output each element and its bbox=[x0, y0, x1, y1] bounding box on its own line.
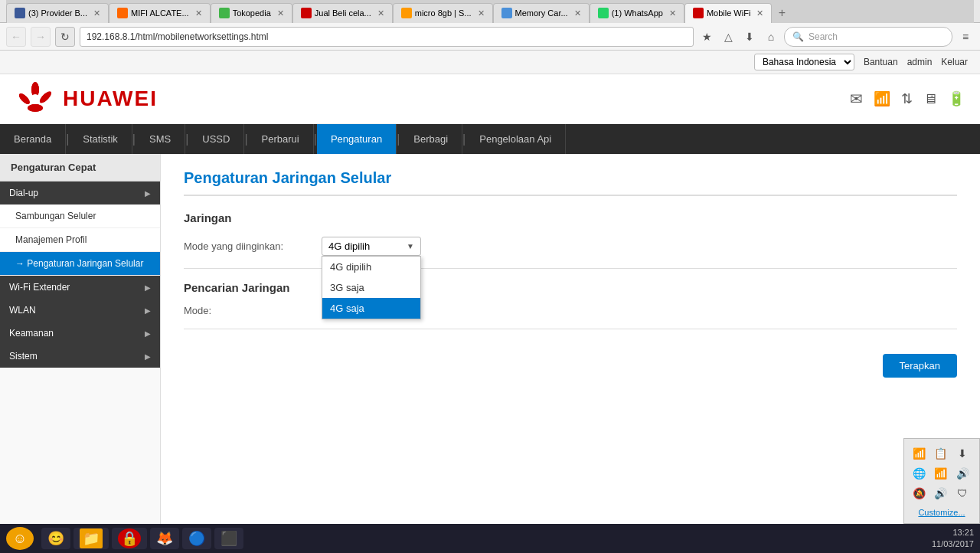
logout-link[interactable]: Keluar bbox=[941, 57, 968, 67]
network-section-title: Jaringan bbox=[184, 211, 957, 224]
nav-item-sms[interactable]: SMS bbox=[136, 124, 185, 154]
sidebar-section-wifi-extender[interactable]: Wi-Fi Extender ▶ bbox=[0, 276, 160, 299]
tab-close-6[interactable]: ✕ bbox=[574, 8, 581, 18]
sidebar-section-wlan-label: WLAN bbox=[9, 305, 36, 316]
bookmark-button[interactable]: ★ bbox=[698, 28, 715, 45]
tab-2[interactable]: MIFI ALCATE... ✕ bbox=[109, 3, 211, 23]
tab-close-4[interactable]: ✕ bbox=[377, 8, 384, 18]
taskbar-lock[interactable]: 🔒 bbox=[112, 528, 147, 549]
apply-button[interactable]: Terapkan bbox=[883, 354, 957, 378]
nav-item-berbagi[interactable]: Berbagi bbox=[400, 124, 462, 154]
nav-item-beranda[interactable]: Beranda bbox=[0, 124, 66, 154]
sidebar-item-manajemen-profil[interactable]: Manajemen Profil bbox=[0, 228, 160, 252]
home-button[interactable]: ⌂ bbox=[763, 28, 779, 45]
tray-volume2-icon[interactable]: 🔊 bbox=[933, 485, 949, 502]
tray-shield-icon[interactable]: 🛡 bbox=[954, 485, 971, 502]
nav-item-pengelolaan-api[interactable]: Pengelolaan Api bbox=[466, 124, 566, 154]
network-search-title: Pencarian Jaringan bbox=[184, 281, 957, 294]
lock-icon: 🔒 bbox=[118, 528, 141, 548]
nav-item-statistik[interactable]: Statistik bbox=[69, 124, 132, 154]
taskbar-smiley[interactable]: 😊 bbox=[41, 528, 70, 549]
taskbar-chrome[interactable]: 🔵 bbox=[182, 528, 211, 549]
sidebar: Pengaturan Cepat Dial-up ▶ Sambungan Sel… bbox=[0, 154, 161, 540]
address-bar[interactable]: 192.168.8.1/html/mobilenetworksettings.h… bbox=[80, 27, 694, 47]
sidebar-section-keamanan-arrow: ▶ bbox=[145, 329, 151, 338]
tab-8[interactable]: Mobile WiFi ✕ bbox=[684, 3, 772, 23]
tab-7[interactable]: (1) WhatsApp ✕ bbox=[590, 3, 684, 23]
mode-desired-label: Mode yang diinginkan: bbox=[184, 241, 322, 252]
tab-label-3: Tokopedia bbox=[233, 8, 271, 18]
tab-6[interactable]: Memory Car... ✕ bbox=[493, 3, 590, 23]
dropdown-current-value: 4G dipilih bbox=[328, 241, 370, 252]
sync-button[interactable]: △ bbox=[720, 28, 737, 45]
help-link[interactable]: Bantuan bbox=[864, 57, 898, 67]
dropdown-display[interactable]: 4G dipilih ▼ bbox=[322, 237, 421, 256]
tab-1[interactable]: (3) Provider B... ✕ bbox=[6, 3, 109, 23]
tray-mute-icon[interactable]: 🔕 bbox=[910, 485, 927, 502]
dropdown-option-3g-saja[interactable]: 3G saja bbox=[322, 277, 420, 298]
clock-date: 11/03/2017 bbox=[932, 538, 974, 550]
taskbar-firefox[interactable]: 🦊 bbox=[150, 528, 179, 549]
chrome-icon: 🔵 bbox=[188, 530, 205, 547]
svg-point-8 bbox=[31, 94, 40, 103]
mode-desired-row: Mode yang diinginkan: 4G dipilih ▼ 4G di… bbox=[184, 237, 957, 256]
taskbar-file-manager[interactable]: 📁 bbox=[74, 528, 109, 549]
tab-favicon-2 bbox=[117, 8, 128, 18]
forward-button[interactable]: → bbox=[31, 27, 51, 47]
tray-signal-icon[interactable]: 📶 bbox=[910, 445, 927, 462]
language-select[interactable]: Bahasa IndonesiaEnglish bbox=[754, 54, 854, 70]
tray-globe-icon[interactable]: 🌐 bbox=[910, 465, 927, 482]
dropdown-option-4g-dipilih[interactable]: 4G dipilih bbox=[322, 257, 420, 277]
sidebar-quick-settings[interactable]: Pengaturan Cepat bbox=[0, 154, 160, 182]
tab-close-1[interactable]: ✕ bbox=[93, 8, 100, 18]
email-icon[interactable]: ✉ bbox=[850, 90, 863, 108]
tab-label-8: Mobile WiFi bbox=[707, 8, 750, 18]
download-button[interactable]: ⬇ bbox=[741, 28, 758, 45]
sidebar-section-sistem[interactable]: Sistem ▶ bbox=[0, 345, 160, 368]
tab-close-3[interactable]: ✕ bbox=[277, 8, 284, 18]
taskbar-terminal[interactable]: ⬛ bbox=[214, 528, 243, 549]
tray-download-icon[interactable]: ⬇ bbox=[954, 445, 971, 462]
sidebar-section-wlan[interactable]: WLAN ▶ bbox=[0, 299, 160, 322]
tab-close-8[interactable]: ✕ bbox=[756, 8, 763, 18]
reload-button[interactable]: ↻ bbox=[55, 27, 75, 47]
dropdown-option-4g-saja[interactable]: 4G saja bbox=[322, 298, 420, 319]
new-tab-button[interactable]: + bbox=[772, 3, 792, 23]
tab-favicon-6 bbox=[501, 8, 512, 18]
sidebar-section-wifi-arrow: ▶ bbox=[145, 283, 151, 292]
dropdown-container: 4G dipilih ▼ 4G dipilih 3G saja 4G saja bbox=[322, 237, 421, 256]
nav-item-perbarui[interactable]: Perbarui bbox=[248, 124, 314, 154]
browser-tabs-bar: (3) Provider B... ✕ MIFI ALCATE... ✕ Tok… bbox=[0, 0, 980, 23]
sidebar-section-wlan-arrow: ▶ bbox=[145, 306, 151, 315]
clock-time: 13:21 bbox=[932, 527, 974, 538]
tab-close-2[interactable]: ✕ bbox=[195, 8, 202, 18]
customize-link[interactable]: Customize... bbox=[910, 508, 973, 517]
tab-5[interactable]: micro 8gb | S... ✕ bbox=[393, 3, 493, 23]
tab-4[interactable]: Jual Beli cela... ✕ bbox=[292, 3, 393, 23]
sidebar-item-pengaturan-jaringan-selular[interactable]: Pengaturan Jaringan Selular bbox=[0, 252, 160, 276]
tab-close-7[interactable]: ✕ bbox=[669, 8, 676, 18]
nav-item-ussd[interactable]: USSD bbox=[188, 124, 244, 154]
tray-clipboard-icon[interactable]: 📋 bbox=[933, 445, 949, 462]
battery-icon: 🔋 bbox=[948, 90, 965, 107]
header-status-icons: ✉ 📶 ⇅ 🖥 🔋 bbox=[850, 90, 965, 108]
search-box[interactable]: 🔍 Search bbox=[784, 27, 952, 47]
sidebar-section-keamanan[interactable]: Keamanan ▶ bbox=[0, 322, 160, 345]
header-top-bar: Bahasa IndonesiaEnglish Bantuan admin Ke… bbox=[0, 51, 980, 74]
sidebar-item-sambungan-seluler[interactable]: Sambungan Seluler bbox=[0, 205, 160, 228]
tray-signal2-icon[interactable]: 📶 bbox=[933, 465, 949, 482]
user-label: admin bbox=[907, 57, 933, 67]
dropdown-menu: 4G dipilih 3G saja 4G saja bbox=[322, 256, 421, 319]
file-manager-icon: 📁 bbox=[80, 528, 103, 548]
start-button[interactable]: ☺ bbox=[6, 527, 34, 550]
tab-favicon-5 bbox=[401, 8, 412, 18]
sidebar-section-dialup[interactable]: Dial-up ▶ bbox=[0, 182, 160, 205]
back-button[interactable]: ← bbox=[6, 27, 26, 47]
tray-volume-icon[interactable]: 🔊 bbox=[954, 465, 971, 482]
sidebar-section-dialup-arrow: ▶ bbox=[145, 189, 151, 198]
tab-close-5[interactable]: ✕ bbox=[478, 8, 485, 18]
tab-3[interactable]: Tokopedia ✕ bbox=[211, 3, 292, 23]
nav-item-pengaturan[interactable]: Pengaturan bbox=[317, 124, 397, 154]
menu-button[interactable]: ≡ bbox=[957, 28, 974, 45]
monitor-icon: 🖥 bbox=[923, 91, 937, 107]
